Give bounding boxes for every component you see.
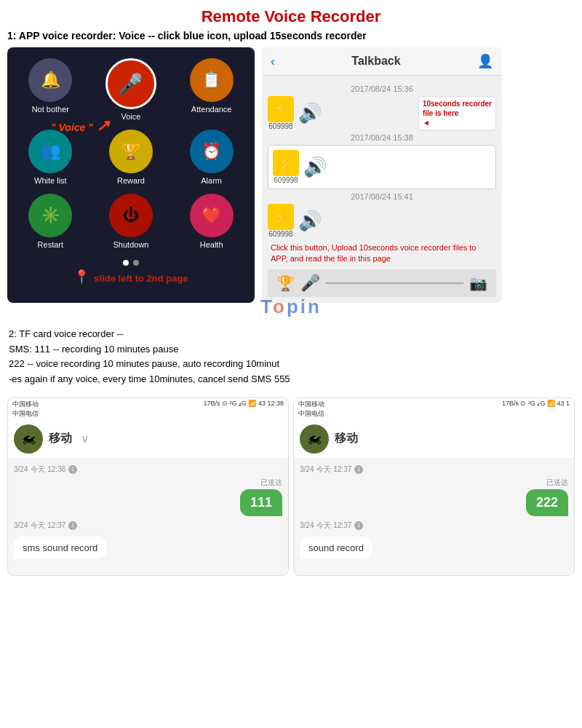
sms-date-2: 3/24今天 12:371 [300,464,568,475]
sms-bubble-received-1: sms sound record [14,537,106,559]
trophy-icon[interactable]: 🏆 [276,274,295,292]
app-icon-voice[interactable]: 🎤 Voice [105,58,156,121]
sms-date-1: 3/24今天 12:361 [14,464,282,475]
dot-2 [133,260,139,266]
sms-sent-label-1: 已送达 [14,478,282,488]
app-icon-not-bother[interactable]: 🔔 Not bother [28,58,72,121]
sms-avatar-1: 🏍 [14,424,43,454]
health-icon: ❤️ [190,194,234,237]
voice-icon: 🎤 [105,58,156,109]
chat-date-1: 2017/08/24 15:36 [268,84,496,93]
signal-1: 17B/s ⊙ ²G ₄G 📶 43 12:38 [203,400,284,419]
not-bother-label: Not bother [32,105,69,114]
step2-section: 2: TF card voice recorder -- SMS: 111 --… [0,321,582,393]
mic-bottom-icon[interactable]: 🎤 [300,274,320,293]
talkback-body: 2017/08/24 15:36 ⚡ 609998 🔊 10seconds re… [262,76,502,303]
whitelist-icon: 👥 [28,130,72,173]
sms-header-2: 🏍 移动 [294,420,574,459]
restart-icon: ✳️ [28,194,72,237]
talkback-screenshot: ‹ Talkback 👤 2017/08/24 15:36 ⚡ 609998 🔊… [262,47,502,303]
step2-line4: -es again if any voice, every time 10min… [9,372,573,387]
step2-line1: 2: TF card voice recorder -- [9,327,573,342]
sms-contact-1: 移动 [49,431,72,446]
sms-header-1: 🏍 移动 ∨ [8,420,288,459]
shutdown-icon: ⏻ [109,194,153,237]
alarm-label: Alarm [201,176,222,185]
signal-2: 17B/s ⊙ ²G ₄G 📶 43 1 [502,400,570,419]
attendance-label: Attendance [191,105,232,114]
step1-text: 1: APP voice recorder: Voice -- click bl… [0,30,582,47]
annotation-1: 10seconds recorderfile is here ◄ [418,96,496,130]
sms-date-received-2: 3/24今天 12:371 [300,521,568,531]
chat-row-3: ⚡ 609998 [268,204,294,238]
alarm-icon: ⏰ [190,130,234,173]
app-icon-whitelist[interactable]: 👥 White list [28,130,72,185]
attendance-icon: 📋 [190,58,234,102]
sms-body-1: 3/24今天 12:361 已送达 111 3/24今天 12:371 sms … [8,459,288,575]
app-icon-health[interactable]: ❤️ Health [190,194,234,249]
talkback-header: ‹ Talkback 👤 [262,47,502,76]
chat-avatar-3: ⚡ [268,204,294,230]
slide-left-text: slide left to 2nd page [94,273,188,284]
shutdown-label: Shutdown [113,240,149,249]
chat-avatar-1: ⚡ [268,96,294,122]
voice-arrow-label: " Voice " ↗ [51,116,109,135]
bottom-divider [326,282,463,284]
sms-bubble-sent-1: 111 [240,489,282,516]
app-screenshot: 🔔 Not bother 🎤 Voice 📋 Attendance 👥 Whit… [7,47,255,303]
sms-date-received-1: 3/24今天 12:371 [14,521,282,531]
topin-watermark: Topin [260,296,322,317]
chat-avatar-2: ⚡ [273,150,299,176]
reward-icon: 🏆 [109,130,153,173]
page-title: Remote Voice Recorder [0,0,582,30]
app-icon-grid: 🔔 Not bother 🎤 Voice 📋 Attendance 👥 Whit… [15,58,247,249]
talkback-bottom-nav: 🏆 🎤 📷 [268,269,496,297]
health-label: Health [200,240,223,249]
sms-screenshots-row: 中国移动中国电信 17B/s ⊙ ²G ₄G 📶 43 12:38 🏍 移动 ∨… [0,393,582,580]
carrier-2: 中国移动中国电信 [298,400,324,419]
sms-phone-1: 中国移动中国电信 17B/s ⊙ ²G ₄G 📶 43 12:38 🏍 移动 ∨… [7,397,289,576]
app-icon-alarm[interactable]: ⏰ Alarm [190,130,234,185]
sms-status-bar-2: 中国移动中国电信 17B/s ⊙ ²G ₄G 📶 43 1 [294,398,574,420]
restart-label: Restart [38,240,63,249]
whitelist-label: White list [34,176,67,185]
upload-annotation: Click this button, Upload 10seconds voic… [271,242,493,265]
camera-icon[interactable]: 📷 [469,274,487,292]
user-icon[interactable]: 👤 [477,53,493,69]
chat-row-2-highlighted: ⚡ 609998 🔊 [268,145,496,189]
sms-bubble-sent-2: 222 [526,489,568,516]
app-icon-restart[interactable]: ✳️ Restart [28,194,72,249]
dot-1 [123,260,129,266]
sms-body-2: 3/24今天 12:371 已送达 222 3/24今天 12:371 soun… [294,459,574,575]
reward-label: Reward [117,176,145,185]
voice-arrow-text: " Voice " [51,122,93,133]
sms-phone-2: 中国移动中国电信 17B/s ⊙ ²G ₄G 📶 43 1 🏍 移动 3/24今… [293,397,575,576]
sms-sent-label-2: 已送达 [300,478,568,488]
step2-line2: SMS: 111 -- recording 10 minutes pause [9,342,573,357]
chevron-down-icon-1[interactable]: ∨ [81,432,89,446]
chat-row-1: ⚡ 609998 [268,96,294,130]
chat-date-3: 2017/08/24 15:41 [268,192,496,201]
audio-icon-2[interactable]: 🔊 [303,156,327,178]
app-icon-attendance[interactable]: 📋 Attendance [190,58,234,121]
slide-dots [15,260,247,266]
chat-date-2: 2017/08/24 15:38 [268,133,496,142]
carrier-1: 中国移动中国电信 [12,400,39,419]
sms-avatar-2: 🏍 [300,424,329,454]
audio-icon-3[interactable]: 🔊 [298,210,322,232]
sms-bubble-received-2: sound record [300,537,372,559]
not-bother-icon: 🔔 [28,58,72,102]
audio-icon-1[interactable]: 🔊 [298,102,322,124]
main-content-row: 🔔 Not bother 🎤 Voice 📋 Attendance 👥 Whit… [0,47,582,303]
app-icon-shutdown[interactable]: ⏻ Shutdown [109,194,153,249]
talkback-title: Talkback [275,55,477,68]
app-icon-reward[interactable]: 🏆 Reward [109,130,153,185]
sms-contact-2: 移动 [335,431,358,446]
sms-status-bar-1: 中国移动中国电信 17B/s ⊙ ²G ₄G 📶 43 12:38 [8,398,288,420]
voice-label: Voice [121,112,141,121]
chat-row-2: ⚡ 609998 [273,150,299,184]
step2-line3: 222 -- voice recording 10 minutes pause,… [9,357,573,372]
